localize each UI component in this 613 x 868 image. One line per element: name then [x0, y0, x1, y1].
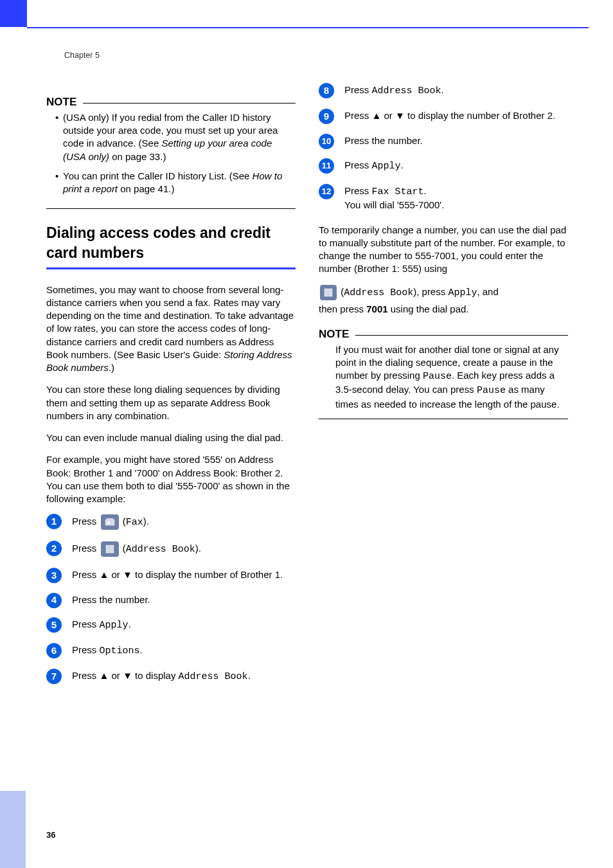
step-5: 5 Press Apply. — [46, 618, 296, 632]
note-rule — [83, 103, 296, 104]
step-2: 2 Press (Address Book). — [46, 541, 296, 557]
left-column: NOTE (USA only) If you redial from the C… — [46, 84, 296, 823]
s2-c: ). — [195, 543, 201, 554]
note-2-lead: You can print the Caller ID history List… — [63, 170, 253, 181]
svg-rect-2 — [107, 521, 110, 524]
rp3-bold: 7001 — [366, 303, 387, 314]
note-item-2: You can print the Caller ID history List… — [55, 170, 296, 196]
rp2-b: ), press — [413, 285, 448, 296]
step-num-8: 8 — [319, 83, 334, 98]
step-11: 11 Press Apply. — [319, 159, 568, 173]
s2-b: ( — [120, 543, 126, 554]
step-num-2: 2 — [46, 541, 62, 556]
step-num-7: 7 — [46, 669, 62, 684]
page-number: 36 — [46, 829, 55, 841]
s7-a: Press ▲ or ▼ to display — [72, 670, 179, 681]
step-6: 6 Press Options. — [46, 644, 296, 658]
step-num-5: 5 — [46, 617, 62, 633]
note-label-text-right: NOTE — [319, 327, 349, 342]
rp3-b: using the dial pad. — [388, 303, 469, 314]
note-body: (USA only) If you redial from the Caller… — [46, 111, 296, 210]
step-12: 12 Press Fax Start. You will dial '555-7… — [319, 185, 568, 212]
right-para-2: (Address Book), press Apply, and — [319, 285, 568, 300]
right-column: 8 Press Address Book. 9 Press ▲ or ▼ to … — [319, 84, 568, 823]
note-label-text: NOTE — [46, 95, 76, 110]
s4-text: Press the number. — [72, 594, 150, 605]
rp2-c: , and — [477, 285, 498, 296]
para-2: You can store these long dialing sequenc… — [46, 383, 296, 422]
steps-list-left: 1 Press (Fax). 2 Press (Address Book). 3… — [46, 514, 296, 683]
rp2-m1: Address Book — [344, 287, 413, 298]
step-1: 1 Press (Fax). — [46, 514, 296, 530]
note-2-tail: on page 41.) — [118, 183, 174, 194]
right-para-3: then press 7001 using the dial pad. — [319, 303, 568, 316]
s1-b: ( — [120, 516, 126, 527]
s8-mono: Address Book — [372, 86, 441, 96]
s12-a: Press — [344, 185, 372, 196]
s7-mono: Address Book — [179, 671, 248, 682]
step-num-11: 11 — [319, 158, 334, 174]
page-content: NOTE (USA only) If you redial from the C… — [46, 84, 568, 823]
s12-b: . — [424, 185, 427, 196]
p1-b: .) — [109, 362, 114, 373]
note-heading: NOTE — [46, 95, 296, 110]
s1-c: ). — [143, 516, 149, 527]
s6-mono: Options — [100, 646, 140, 656]
s11-b: . — [401, 159, 404, 170]
page-corner-accent — [0, 0, 27, 27]
svg-rect-1 — [107, 518, 113, 520]
step-10: 10 Press the number. — [319, 134, 568, 147]
step-7: 7 Press ▲ or ▼ to display Address Book. — [46, 669, 296, 683]
address-book-icon — [101, 541, 119, 557]
step-num-1: 1 — [46, 514, 62, 529]
step-num-4: 4 — [46, 593, 62, 608]
s3-text: Press ▲ or ▼ to display the number of Br… — [72, 569, 283, 580]
step-8: 8 Press Address Book. — [319, 84, 568, 98]
page-side-accent — [0, 791, 26, 868]
step-num-12: 12 — [319, 184, 334, 199]
s1-mono: Fax — [126, 517, 143, 528]
svg-rect-3 — [106, 545, 110, 553]
para-3: You can even include manual dialing usin… — [46, 431, 296, 444]
note-1-tail: on page 33.) — [109, 151, 166, 162]
para-1: Sometimes, you may want to choose from s… — [46, 284, 296, 375]
note-item-1: (USA only) If you redial from the Caller… — [55, 111, 296, 163]
s8-a: Press — [344, 84, 372, 95]
note-body-right: If you must wait for another dial tone o… — [319, 343, 568, 419]
svg-rect-5 — [324, 289, 328, 296]
address-book-icon — [320, 285, 337, 300]
para-4: For example, you might have stored '555'… — [46, 453, 296, 505]
section-heading: Dialing access codes and credit card num… — [46, 223, 296, 269]
step-num-6: 6 — [46, 643, 62, 658]
chapter-label: Chapter 5 — [64, 50, 100, 61]
s12-c: You will dial '555-7000'. — [344, 199, 444, 210]
svg-rect-6 — [329, 289, 333, 296]
step-num-9: 9 — [319, 109, 334, 124]
s8-b: . — [441, 84, 444, 95]
step-3: 3 Press ▲ or ▼ to display the number of … — [46, 568, 296, 581]
s11-a: Press — [344, 159, 372, 170]
step-4: 4 Press the number. — [46, 593, 296, 606]
steps-list-right: 8 Press Address Book. 9 Press ▲ or ▼ to … — [319, 84, 568, 212]
s7-b: . — [248, 670, 251, 681]
rp2-a: ( — [338, 285, 344, 296]
rn-m2: Pause — [477, 385, 506, 396]
s5-b: . — [129, 619, 131, 629]
s12-mono: Fax Start — [372, 186, 424, 197]
rp2-m2: Apply — [448, 287, 477, 298]
step-num-3: 3 — [46, 568, 62, 583]
rp3-a: then press — [319, 303, 366, 314]
note-heading-right: NOTE — [319, 327, 568, 342]
s9-text: Press ▲ or ▼ to display the number of Br… — [344, 110, 555, 121]
s2-mono: Address Book — [126, 544, 195, 555]
s1-a: Press — [72, 516, 100, 527]
s5-mono: Apply — [100, 620, 129, 631]
s5-a: Press — [72, 619, 100, 629]
s10-text: Press the number. — [344, 135, 423, 146]
step-9: 9 Press ▲ or ▼ to display the number of … — [319, 109, 568, 122]
s2-a: Press — [72, 543, 100, 554]
s6-a: Press — [72, 644, 100, 655]
right-para-1: To temporarily change a number, you can … — [319, 224, 568, 276]
step-num-10: 10 — [319, 134, 334, 149]
svg-rect-4 — [110, 545, 114, 553]
